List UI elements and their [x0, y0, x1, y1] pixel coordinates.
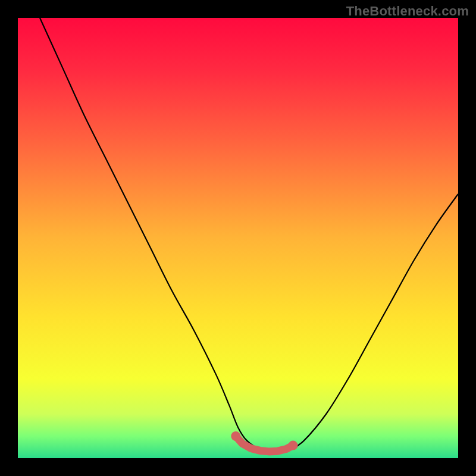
plot-background	[18, 18, 458, 458]
highlight-dot	[289, 441, 298, 450]
chart-container: TheBottleneck.com	[0, 0, 476, 476]
watermark-text: TheBottleneck.com	[346, 4, 469, 19]
bottleneck-chart	[0, 0, 476, 476]
highlight-dot	[231, 431, 240, 441]
